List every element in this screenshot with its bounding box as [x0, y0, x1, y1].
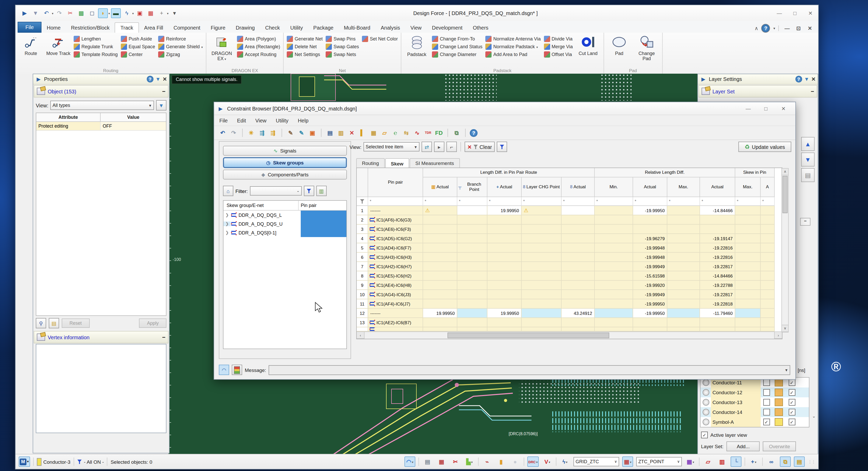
dialog-minimize-button[interactable]: — — [739, 106, 757, 111]
measure-icon[interactable]: ϟ — [122, 8, 132, 18]
value-cell[interactable] — [522, 243, 562, 253]
topology-icon[interactable]: ⧉ — [452, 128, 461, 137]
value-cell[interactable] — [595, 262, 633, 271]
value-cell[interactable] — [487, 262, 522, 271]
value-cell[interactable] — [761, 281, 775, 290]
value-cell[interactable] — [667, 253, 700, 262]
enet-icon[interactable]: ℮ — [391, 128, 400, 137]
value-cell[interactable] — [487, 215, 522, 225]
ribbon-item-reinforce[interactable]: Reinforce — [158, 36, 203, 42]
value-cell[interactable] — [487, 253, 522, 262]
value-cell[interactable] — [562, 299, 595, 308]
value-cell[interactable] — [423, 262, 457, 271]
home-button[interactable]: ⌂ — [223, 186, 233, 196]
ribbon-item-net-settings[interactable]: Net Settings — [287, 51, 322, 58]
value-cell[interactable] — [522, 234, 562, 243]
redo-icon[interactable]: ↷ — [229, 128, 238, 137]
clear-button[interactable]: ✕ Clear — [465, 142, 495, 152]
layer-visible-checkbox[interactable]: ✓ — [788, 419, 795, 425]
hscroll-thumb[interactable] — [447, 332, 609, 338]
value-cell[interactable] — [562, 290, 595, 299]
value-cell[interactable] — [735, 215, 761, 225]
sheet-icon[interactable]: ▱ — [703, 457, 713, 467]
vscroll-thumb[interactable] — [782, 176, 787, 213]
layer-row-conductor-14[interactable]: Conductor-14✓ — [701, 407, 809, 417]
value-cell[interactable] — [562, 271, 595, 281]
tab-package[interactable]: Package — [308, 23, 339, 33]
notes-icon[interactable]: ▤ — [422, 457, 433, 467]
pin-pair-cell[interactable]: IC1(AG4)-IC6(J3) — [368, 290, 423, 299]
value-cell[interactable] — [667, 281, 700, 290]
value-cell[interactable] — [562, 225, 595, 234]
value-cell[interactable] — [667, 206, 700, 215]
scroll-up-icon[interactable]: ∧ — [782, 169, 788, 175]
layer-visible-checkbox[interactable]: ✓ — [788, 409, 795, 415]
value-cell[interactable] — [735, 308, 761, 318]
value-cell[interactable]: -14.84466 — [700, 206, 735, 215]
value-cell[interactable] — [457, 327, 487, 331]
close-icon[interactable]: ✕ — [162, 76, 167, 82]
chevron-right-icon[interactable]: ❯ — [223, 213, 231, 217]
value-cell[interactable]: -11.79460 — [700, 308, 735, 318]
severity-button[interactable] — [232, 365, 242, 375]
pin-pair-cell[interactable]: IC1(AE5)-IC6(H2) — [368, 271, 423, 281]
layer-color-swatch[interactable] — [775, 408, 783, 416]
filter-funnel-button[interactable] — [304, 186, 314, 196]
ribbon-item-normalize-padstack[interactable]: Normalize Padstack▾ — [486, 43, 541, 50]
pin-pair-cell[interactable]: IC1(AF6)-IC6(G3) — [368, 215, 423, 225]
apply-button[interactable]: Apply — [139, 319, 166, 328]
tree-item[interactable]: ❯DDR_A_DQS[0-1] — [223, 228, 346, 237]
dialog-menu-edit[interactable]: Edit — [237, 117, 246, 123]
value-cell[interactable] — [667, 243, 700, 253]
value-cell[interactable] — [761, 299, 775, 308]
value-cell[interactable]: -19.99920 — [633, 281, 667, 290]
collapse-icon[interactable]: − — [811, 88, 814, 94]
value-cell[interactable] — [735, 234, 761, 243]
value-cell[interactable] — [700, 215, 735, 225]
collapse-mini-button[interactable]: − — [800, 218, 810, 226]
find-icon[interactable]: ∞ — [766, 457, 777, 467]
layers-panel-icon[interactable]: ⧉ — [780, 457, 791, 467]
value-cell[interactable] — [487, 234, 522, 243]
value-cell[interactable] — [761, 243, 775, 253]
delete-icon[interactable]: ✂ — [65, 8, 75, 18]
table-view-icon[interactable]: ▦ — [369, 128, 378, 137]
remove-constraint-icon[interactable]: ✎ — [297, 128, 306, 137]
value-cell[interactable]: 19.99950 — [487, 206, 522, 215]
chevron-right-icon[interactable]: ❯ — [223, 222, 231, 226]
pin-icon[interactable]: ▼ — [804, 76, 809, 82]
value-cell[interactable] — [595, 271, 633, 281]
value-cell[interactable] — [667, 262, 700, 271]
value-cell[interactable] — [562, 234, 595, 243]
ribbon-item-offset-via[interactable]: Offset Via — [544, 51, 573, 58]
app-logo-icon[interactable]: ▶ — [20, 8, 30, 18]
ribbon-item-change-from-to[interactable]: Change From-To — [432, 36, 483, 42]
value-cell[interactable] — [667, 308, 700, 318]
collapse-rows-button[interactable]: ⌐ — [446, 142, 457, 152]
value-cell[interactable]: 43.24912 — [562, 308, 595, 318]
ribbon-item-generate-net[interactable]: Generate Net — [287, 36, 322, 42]
value-cell[interactable] — [423, 243, 457, 253]
value-cell[interactable] — [522, 299, 562, 308]
value-cell[interactable]: 19.99950 — [423, 308, 457, 318]
value-cell[interactable] — [487, 290, 522, 299]
ribbon-item-set-net-color[interactable]: Set Net Color — [362, 36, 398, 42]
value-cell[interactable] — [595, 290, 633, 299]
ribbon-item-swap-gates[interactable]: Swap Gates — [326, 43, 359, 50]
value-cell[interactable] — [562, 243, 595, 253]
dialog-menu-utility[interactable]: Utility — [276, 117, 288, 123]
expand-rows-button[interactable]: ▸ — [434, 142, 444, 152]
value-cell[interactable]: -19.99949 — [633, 262, 667, 271]
units-ns-label[interactable]: [ns] — [798, 368, 805, 373]
value-cell[interactable] — [633, 327, 667, 331]
value-cell[interactable] — [761, 225, 775, 234]
layer-mm-checkbox[interactable]: ✓ — [763, 419, 770, 425]
panel-toggle-button[interactable]: ▥ — [316, 186, 327, 196]
dialog-menu-view[interactable]: View — [255, 117, 267, 123]
value-cell[interactable] — [735, 271, 761, 281]
tree-column-pin-pair[interactable]: Pin pair — [299, 203, 346, 208]
layer-color-swatch[interactable] — [775, 399, 783, 406]
column-header-actual[interactable]: Actual — [633, 177, 667, 197]
filter-cell[interactable]: * — [700, 197, 735, 206]
filter-funnel-cell[interactable] — [357, 197, 368, 206]
